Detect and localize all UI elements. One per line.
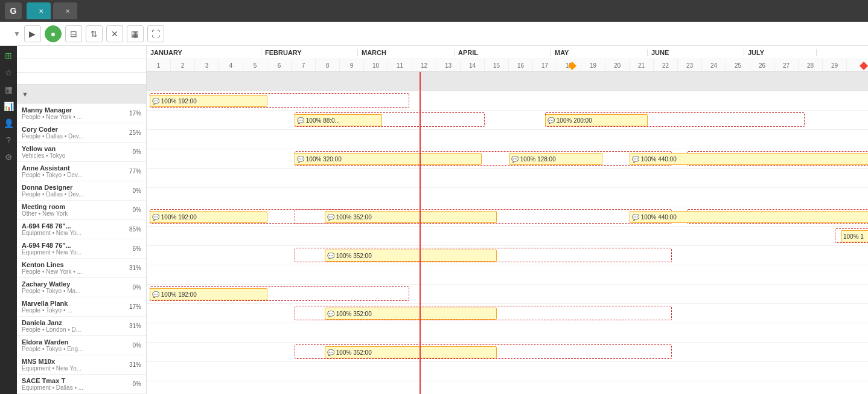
day-cell: 16 — [509, 59, 533, 71]
resource-row[interactable]: A-694 F48 76"... Equipment • New Yo... 8… — [17, 220, 146, 239]
home-icon[interactable]: ⊞ — [5, 51, 12, 60]
gantt-row: 💬 100% 192:00💬 100% 352:00💬 100% 440:00 — [147, 207, 868, 227]
resource-sub: Vehicles • Tokyo — [22, 152, 118, 159]
gantt-row — [147, 265, 868, 285]
resource-row[interactable]: A-694 F48 76"... Equipment • New Yo... 6… — [17, 239, 146, 259]
gantt-bar[interactable]: 100% 1 — [841, 230, 868, 242]
gantt-bar[interactable]: 💬 100% 320:00 — [295, 153, 482, 165]
calendar-view-button[interactable]: ▦ — [127, 25, 144, 42]
resource-row[interactable]: Daniela Janz People • London • D... 31% — [17, 317, 146, 336]
resource-info: Daniela Janz People • London • D... — [22, 319, 124, 333]
gantt-section-header — [147, 72, 868, 91]
resource-pct: 17% — [124, 303, 141, 310]
resource-info: Manny Manager People • New York • ... — [22, 106, 124, 120]
grid-icon[interactable]: ▦ — [5, 85, 13, 94]
resource-row[interactable]: SACE Tmax T Equipment • Dallas • ... 0% — [17, 375, 146, 394]
resource-pct: 6% — [124, 245, 141, 252]
gantt-bar[interactable]: 💬 100% 352:00 — [325, 346, 497, 358]
date-header: JANUARY FEBRUARY MARCH APRIL MAY JUNE JU… — [147, 46, 868, 72]
resource-sub: People • Tokyo • Dev... — [22, 172, 118, 178]
close-icon[interactable]: ✕ — [65, 8, 70, 15]
resource-pct: 0% — [124, 342, 141, 349]
day-cell: 1 — [147, 59, 171, 71]
gantt-row — [147, 188, 868, 207]
resource-row[interactable]: MNS M10x Equipment • New Yo... 31% — [17, 355, 146, 375]
gantt-row: 💬 100% 192:00 — [147, 285, 868, 304]
month-april: APRIL — [455, 49, 551, 56]
gantt-bar[interactable]: 💬 100% 200:00 — [545, 114, 648, 126]
resource-sub: People • Dallas • Dev... — [22, 191, 118, 198]
gantt-row: 💬 100% 192:00 — [147, 91, 868, 111]
gantt-row: 💬 100% 352:00 — [147, 246, 868, 265]
gantt-bar[interactable]: 💬 100% 192:00 — [150, 211, 267, 223]
resource-row[interactable]: Marvella Plank People • Tokyo • ... 17% — [17, 297, 146, 317]
resource-pct: 0% — [124, 284, 141, 291]
chart-icon[interactable]: 📊 — [4, 102, 14, 111]
day-cell: 22 — [654, 59, 678, 71]
resource-name: Kenton Lines — [22, 261, 124, 268]
section-toggle[interactable]: ▼ — [22, 91, 28, 98]
resource-row[interactable]: Meeting room Other • New York 0% — [17, 201, 146, 220]
help-icon[interactable]: ? — [6, 135, 11, 145]
resource-sub: People • Tokyo • Ma... — [22, 288, 118, 294]
tab-project-235[interactable]: ✕ — [53, 2, 77, 19]
gantt-row: 💬 100% 352:00 — [147, 343, 868, 362]
sort-button[interactable]: ⇅ — [86, 25, 103, 42]
filter-clear-button[interactable]: ✕ — [106, 25, 123, 42]
resource-panel: ▼ Manny Manager People • New York • ... … — [17, 46, 147, 394]
star-icon[interactable]: ☆ — [5, 68, 13, 77]
gantt-bar[interactable]: 💬 100% 88:0... — [295, 114, 382, 126]
gantt-bar[interactable]: 💬 100% 440:00 — [630, 211, 868, 223]
resource-sub: People • New York • ... — [22, 114, 118, 120]
resource-info: Zachary Watley People • Tokyo • Ma... — [22, 280, 124, 294]
gantt-bar[interactable]: 💬 100% 352:00 — [325, 211, 497, 223]
gantt-bar[interactable]: 💬 100% 192:00 — [150, 288, 267, 300]
resource-pct: 25% — [124, 129, 141, 136]
day-cell: 4 — [219, 59, 243, 71]
indent-button[interactable]: ⊟ — [65, 25, 82, 42]
resource-sub: Equipment • New Yo... — [22, 249, 118, 256]
gantt-bar[interactable]: 💬 100% 352:00 — [325, 250, 497, 262]
resource-pct: 85% — [124, 226, 141, 233]
fullscreen-button[interactable]: ⛶ — [147, 25, 164, 42]
resource-row[interactable]: Anne Assistant People • Tokyo • Dev... 7… — [17, 162, 146, 181]
gantt-row — [147, 362, 868, 381]
resource-row[interactable]: Zachary Watley People • Tokyo • Ma... 0% — [17, 278, 146, 297]
resource-sub: People • Dallas • Dev... — [22, 133, 118, 140]
close-icon[interactable]: ✕ — [39, 8, 43, 15]
green-circle-button[interactable]: ● — [45, 25, 62, 42]
gantt-bar[interactable]: 💬 100% 128:00 — [509, 153, 602, 165]
day-cell: 6 — [267, 59, 292, 71]
resource-info: Donna Designer People • Dallas • Dev... — [22, 184, 124, 198]
resource-name: A-694 F48 76"... — [22, 242, 124, 249]
resource-row[interactable]: Manny Manager People • New York • ... 17… — [17, 104, 146, 123]
gantt-row: 100% 1 — [147, 227, 868, 246]
day-cell: 8 — [316, 59, 340, 71]
gantt-row — [147, 130, 868, 149]
gantt-row: 💬 100% 88:0...💬 100% 200:00 — [147, 111, 868, 130]
project-dropdown[interactable]: ▼ — [13, 30, 21, 38]
resource-row[interactable]: Eldora Warden People • Tokyo • Eng... 0% — [17, 336, 146, 355]
day-cell: 29 — [823, 59, 847, 71]
settings-icon[interactable]: ⚙ — [5, 152, 13, 162]
toolbar: ▼ ▶ ● ⊟ ⇅ ✕ ▦ ⛶ — [0, 22, 868, 46]
day-cell: 27 — [774, 59, 799, 71]
day-cell: 21 — [630, 59, 654, 71]
resource-row[interactable]: Cory Coder People • Dallas • Dev... 25% — [17, 123, 146, 143]
resource-row[interactable]: Kenton Lines People • New York • ... 31% — [17, 259, 146, 278]
month-may: MAY — [551, 49, 648, 56]
gantt-bar[interactable]: 💬 100% 440:00 — [630, 153, 868, 165]
resource-sub: People • Tokyo • ... — [22, 307, 118, 314]
resource-row[interactable]: Donna Designer People • Dallas • Dev... … — [17, 181, 146, 201]
resource-row[interactable]: Yellow van Vehicles • Tokyo 0% — [17, 143, 146, 162]
day-cell: 17 — [533, 59, 557, 71]
person-icon[interactable]: 👤 — [4, 118, 14, 128]
gantt-bar[interactable]: 💬 100% 352:00 — [325, 308, 497, 320]
resource-name: Marvella Plank — [22, 300, 124, 307]
tab-resource-allocation[interactable]: ✕ — [27, 2, 51, 19]
gantt-bar[interactable]: 💬 100% 192:00 — [150, 95, 267, 107]
day-cell: 14 — [461, 59, 485, 71]
resource-info: Cory Coder People • Dallas • Dev... — [22, 126, 124, 140]
resource-name: Daniela Janz — [22, 319, 124, 326]
play-button[interactable]: ▶ — [24, 25, 41, 42]
